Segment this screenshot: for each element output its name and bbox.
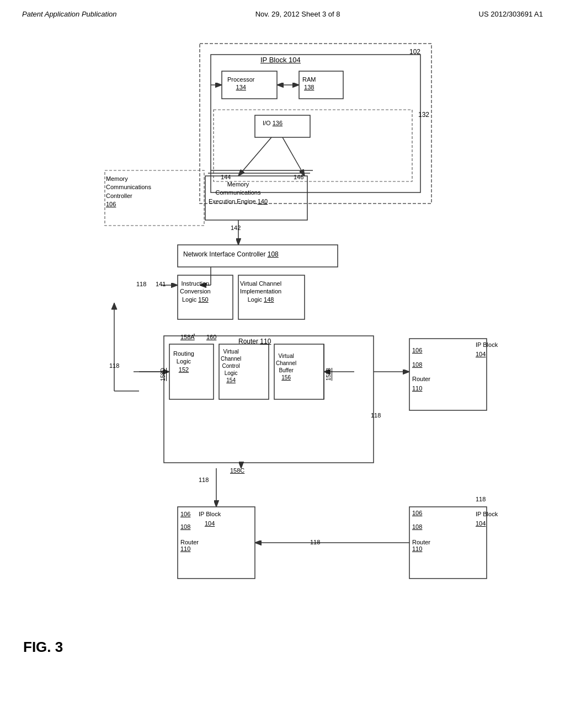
ref-108-tr-label: 108 [412,360,422,370]
ref-146-label: 146 [294,174,303,180]
memory-comm-ctrl-label: MemoryCommunicationsController106 [106,175,151,209]
router-110-label: Router 110 [238,338,271,345]
svg-rect-6 [255,115,310,137]
ref-108-br-label: 108 [412,523,422,530]
ref-108-bl-label: 108 [180,523,190,530]
header-patent-num: US 2012/303691 A1 [479,10,543,18]
ref-102-label: 102 [409,48,420,56]
ref-144-label: 144 [221,174,231,180]
svg-rect-2 [200,44,431,204]
page-header: Patent Application Publication Nov. 29, … [22,10,543,22]
io-label: I/O 136 [263,120,282,126]
ref-158D-label: 158D [160,368,166,381]
instruction-conv-label: InstructionConversionLogic 150 [180,280,211,303]
ref-158A-label: 158A [180,334,195,340]
ref-118-bl-label: 118 [199,477,209,483]
router-110-bl-label: Router110 [180,539,199,552]
svg-line-11 [282,137,305,176]
memory-comm-exec-label: MemoryCommunicationsExecution Engine 140 [209,180,268,206]
ref-118-br-label: 118 [476,496,486,502]
diagram-area: 102 IP Block 104 Processor134 RAM138 I/O… [23,27,542,667]
ram-label: RAM138 [302,76,316,92]
svg-marker-35 [111,303,117,309]
header-date-sheet: Nov. 29, 2012 Sheet 3 of 8 [255,10,340,18]
vc-impl-label: Virtual ChannelImplementationLogic 148 [240,280,281,303]
ref-158C-label: 158C [230,467,244,474]
ref-106-bl-label: 106 [180,510,190,519]
processor-label: Processor134 [227,76,255,92]
svg-rect-23 [164,336,374,463]
ref-132-label: 132 [418,111,429,119]
routing-logic-label: RoutingLogic152 [173,350,194,373]
vc-control-label: VirtualChannelControlLogic154 [221,348,241,384]
ip-block-104-bl-label: IP Block104 [199,510,221,528]
fig-label: FIG. 3 [23,639,63,656]
ip-block-104-br-label: IP Block104 [476,510,498,528]
ref-158B-label: 158B [326,368,332,381]
ref-106-br-label: 106 [412,510,422,516]
ref-160-label: 160 [206,334,216,340]
page: Patent Application Publication Nov. 29, … [0,0,565,728]
ref-118-bottom-center-label: 118 [310,539,320,545]
ip-block-104-label: IP Block 104 [260,56,301,64]
ref-142-label: 142 [231,224,241,231]
ref-118-left-label: 118 [109,362,119,369]
header-publication: Patent Application Publication [22,10,117,18]
ip-block-104-tr-label: IP Block104 [476,340,498,358]
vc-buffer-label: VirtualChannelBuffer156 [276,352,296,381]
svg-line-10 [238,137,271,176]
nic-label: Network Interface Controller 108 [183,250,279,258]
ref-118-top-label: 118 [136,281,146,287]
router-110-br-label: Router110 [412,539,430,552]
router-110-tr-label: Router110 [412,374,430,393]
svg-rect-7 [214,110,412,181]
ref-141-label: 141 [156,281,166,287]
ref-118-tr-label: 118 [371,412,381,419]
ref-106-tr-label: 106 [412,346,422,355]
